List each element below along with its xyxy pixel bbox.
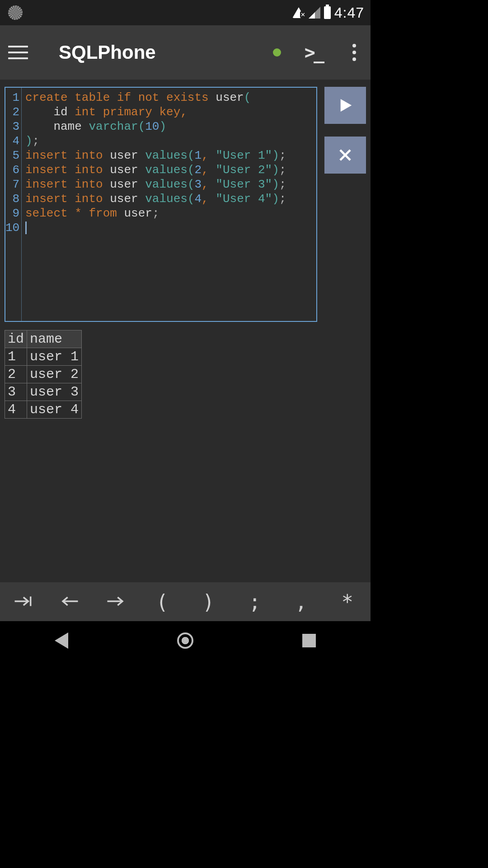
app-bar: SQLPhone >_	[0, 25, 371, 80]
line-number-gutter: 12345678910	[5, 88, 22, 321]
tab-icon	[13, 594, 33, 609]
overflow-menu-button[interactable]	[346, 41, 362, 64]
battery-icon	[324, 6, 331, 19]
symbol-shortcut-bar: ( ) ; , *	[0, 582, 371, 621]
nav-home-button[interactable]	[177, 632, 193, 649]
status-bar: 4:47	[0, 0, 371, 25]
nav-back-button[interactable]	[55, 632, 68, 649]
wifi-icon	[292, 7, 305, 18]
system-nav-bar	[0, 621, 371, 660]
comma-key[interactable]: ,	[278, 590, 324, 613]
result-header: name	[27, 330, 82, 348]
result-table: idname1user 12user 23user 34user 4	[5, 330, 366, 419]
table-row: 2user 2	[5, 366, 82, 383]
rparen-key[interactable]: )	[185, 590, 232, 613]
connection-status-dot	[273, 48, 281, 57]
status-clock: 4:47	[334, 5, 364, 21]
menu-button[interactable]	[8, 46, 28, 59]
sql-editor[interactable]: 12345678910 create table if not exists u…	[5, 87, 317, 322]
terminal-button[interactable]: >_	[305, 42, 323, 63]
table-row: 1user 1	[5, 348, 82, 366]
arrow-right-key[interactable]	[93, 590, 139, 613]
tab-key[interactable]	[0, 590, 47, 613]
play-icon	[337, 97, 354, 114]
app-title: SQLPhone	[59, 42, 156, 63]
nav-recent-button[interactable]	[302, 634, 316, 647]
clear-button[interactable]	[324, 137, 366, 174]
asterisk-key[interactable]: *	[324, 590, 371, 613]
svg-marker-0	[341, 99, 351, 111]
code-area[interactable]: create table if not exists user( id int …	[22, 88, 316, 321]
semicolon-key[interactable]: ;	[232, 590, 278, 613]
arrow-left-icon	[60, 594, 80, 609]
table-row: 4user 4	[5, 401, 82, 419]
lparen-key[interactable]: (	[139, 590, 186, 613]
result-header: id	[5, 330, 27, 348]
arrow-right-icon	[106, 594, 126, 609]
run-button[interactable]	[324, 87, 366, 124]
loading-spinner-icon	[8, 5, 23, 20]
arrow-left-key[interactable]	[47, 590, 93, 613]
cell-signal-icon	[309, 7, 320, 19]
table-row: 3user 3	[5, 383, 82, 401]
close-icon	[337, 146, 354, 164]
